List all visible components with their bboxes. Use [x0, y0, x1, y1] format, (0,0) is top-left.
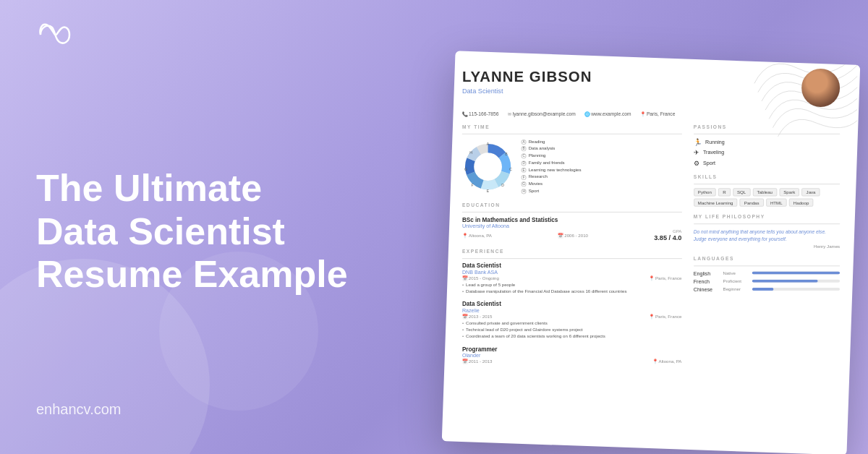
headline-block: The Ultimate Data Scientist Resume Examp… [36, 153, 376, 296]
logo [36, 22, 376, 48]
skill-html: HTML [766, 199, 787, 207]
edu-dates: 📅 2006 - 2010 [558, 233, 588, 238]
lang-bar-fill-fr [752, 280, 817, 283]
exp-location-2: 📍 Paris, France [649, 314, 681, 319]
education-block-1: BSc in Mathematics and Statistics Univer… [462, 217, 682, 241]
legend-item-h: H Sport [521, 188, 581, 195]
svg-text:A: A [487, 142, 490, 146]
skill-spark: Spark [779, 188, 799, 196]
headline-line2: Data Scientist [36, 210, 376, 254]
contact-location: 📍 Paris, France [640, 111, 676, 116]
left-panel: The Ultimate Data Scientist Resume Examp… [0, 0, 412, 454]
resume-left-col: MY TIME [462, 124, 682, 434]
headline: The Ultimate Data Scientist Resume Examp… [36, 167, 376, 296]
exp-bullets-2: • Consulted private and government clien… [462, 320, 682, 340]
exp-meta-2: 📅 2013 - 2015 📍 Paris, France [462, 314, 682, 319]
lang-bar-bg-fr [752, 280, 840, 283]
passions-list: 🏃 Running ✈ Traveling ⚙ Sport [694, 138, 840, 166]
legend-item-e: E Learning new technologies [521, 167, 581, 174]
my-time-section: A B C D E F G H A Reading [462, 138, 682, 194]
legend-item-a: A Reading [521, 138, 581, 145]
exp-dates-3: 📅 2011 - 2013 [462, 359, 493, 364]
lang-english: English Native [694, 270, 840, 275]
skill-tableau: Tableau [752, 188, 777, 196]
philosophy-text: Do not mind anything that anyone tells y… [694, 228, 840, 243]
legend-item-g: G Movies [521, 181, 581, 188]
sport-icon: ⚙ [694, 159, 699, 166]
resume-columns: MY TIME [462, 124, 840, 434]
lang-bar-bg-en [752, 272, 840, 275]
headline-line1: The Ultimate [36, 167, 376, 210]
skill-ml: Machine Learning [694, 199, 738, 207]
exp-title-2: Data Scientist [462, 301, 682, 308]
edu-location: 📍 Altoona, PA [462, 233, 492, 238]
email-icon: ✉ [508, 111, 511, 116]
contact-email: ✉ lyanne.gibson@example.com [508, 111, 576, 116]
time-legend: A Reading B Data analysis C Planning D [521, 138, 581, 194]
exp-block-3: Programmer Olander 📅 2011 - 2013 📍 Altoo… [462, 346, 682, 364]
lang-bar-bg-zh [752, 288, 840, 291]
resume-job-title: Data Scientist [462, 87, 592, 95]
travel-icon: ✈ [694, 149, 699, 156]
headline-line3: Resume Example [36, 253, 376, 296]
running-icon: 🏃 [694, 138, 702, 145]
resume-content: LYANNE GIBSON Data Scientist 📞 115-166-7… [444, 54, 857, 453]
skill-r: R [718, 188, 731, 196]
legend-item-b: B Data analysis [521, 145, 581, 153]
exp-bullet: • Technical lead of D20 project and Glai… [462, 327, 682, 333]
resume-name-block: LYANNE GIBSON Data Scientist [462, 69, 592, 95]
avatar [801, 69, 840, 107]
divider-experience [462, 258, 682, 259]
skill-java: Java [801, 188, 820, 196]
resume-name: LYANNE GIBSON [462, 69, 592, 85]
legend-item-c: C Planning [521, 153, 581, 160]
section-my-time-label: MY TIME [462, 124, 682, 129]
lang-french: French Proficient [694, 278, 840, 283]
exp-dates-2: 📅 2013 - 2015 [462, 314, 493, 319]
exp-bullet: • Database manipulation of the Financial… [462, 288, 682, 295]
divider-skills [694, 184, 840, 184]
section-education-label: EDUCATION [462, 202, 682, 207]
skill-pandas: Pandas [740, 199, 764, 207]
exp-dates-1: 📅 2015 - Ongoing [462, 275, 499, 280]
exp-block-2: Data Scientist Razelie 📅 2013 - 2015 📍 P… [462, 301, 682, 340]
passion-sport: ⚙ Sport [694, 159, 840, 166]
contact-website: 🌐 www.example.com [584, 111, 631, 116]
skill-sql: SQL [733, 188, 750, 196]
svg-point-8 [475, 153, 501, 180]
edu-degree: BSc in Mathematics and Statistics [462, 217, 682, 223]
lang-bar-fill-en [752, 272, 840, 275]
section-experience-label: EXPERIENCE [462, 249, 682, 254]
edu-school: University of Altoona [462, 223, 682, 228]
lang-chinese: Chinese Beginner [694, 286, 840, 291]
skill-hadoop: Hadoop [789, 199, 814, 207]
location-icon: 📍 [640, 111, 645, 116]
divider-philosophy [694, 223, 840, 224]
edu-gpa: GPA 3.85 / 4.0 [654, 229, 681, 241]
svg-text:F: F [472, 183, 474, 187]
svg-text:G: G [464, 167, 467, 171]
exp-company-2: Razelie [462, 308, 682, 313]
svg-text:H: H [469, 150, 472, 155]
exp-title-3: Programmer [462, 346, 682, 353]
lang-bar-fill-zh [752, 288, 773, 291]
divider-education [462, 212, 682, 213]
section-philosophy-label: MY LIFE PHILOSOPHY [694, 214, 840, 219]
skills-tags: Python R SQL Tableau Spark Java Machine … [694, 188, 840, 207]
legend-item-f: F Research [521, 174, 581, 181]
exp-location-1: 📍 Paris, France [649, 275, 681, 280]
svg-text:D: D [501, 183, 504, 187]
exp-meta-1: 📅 2015 - Ongoing 📍 Paris, France [462, 275, 682, 280]
edu-meta: 📍 Altoona, PA 📅 2006 - 2010 GPA 3.85 / 4… [462, 229, 682, 241]
exp-location-3: 📍 Altoona, PA [652, 359, 681, 364]
exp-bullet: • Coordinated a team of 20 data scientis… [462, 333, 682, 340]
gpa-value: 3.85 / 4.0 [654, 234, 681, 241]
pin-icon: 📍 [462, 233, 467, 238]
exp-bullet: • Lead a group of 5 people [462, 282, 682, 288]
passion-traveling: ✈ Traveling [694, 149, 840, 156]
resume-card: LYANNE GIBSON Data Scientist 📞 115-166-7… [442, 51, 861, 454]
exp-bullet: • Consulted private and government clien… [462, 320, 682, 327]
divider-my-time [462, 134, 682, 134]
exp-bullets-1: • Lead a group of 5 people • Database ma… [462, 282, 682, 295]
divider-languages [694, 265, 840, 266]
